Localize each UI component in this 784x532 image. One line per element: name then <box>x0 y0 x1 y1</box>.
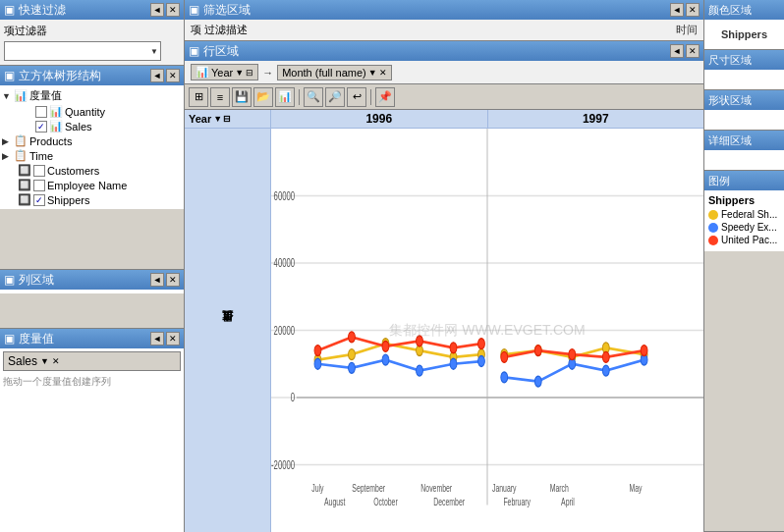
tree-item-shippers[interactable]: 🔲 ✓ Shippers <box>2 192 182 207</box>
col-zone-close[interactable]: ✕ <box>166 273 180 287</box>
filter-dropdown[interactable]: ▼ <box>4 41 161 61</box>
dropdown-arrow-icon[interactable]: ▼ <box>150 47 158 56</box>
quantity-checkbox[interactable] <box>35 106 47 118</box>
shape-zone-title: 形状区域 <box>708 93 752 108</box>
chart-svg: 60000 40000 20000 0 -20000 <box>271 129 703 532</box>
shippers-checkbox[interactable]: ✓ <box>33 194 45 206</box>
legend-subtitle: Shippers <box>708 194 780 206</box>
svg-point-20 <box>382 354 389 365</box>
svg-text:August: August <box>324 496 346 507</box>
toolbar-sep2 <box>370 89 371 105</box>
chart-toolbar: ⊞ ≡ 💾 📂 📊 🔍 🔎 ↩ 📌 <box>185 84 703 110</box>
cube-icon: ▣ <box>4 69 15 82</box>
toolbar-zoom-in-btn[interactable]: 🔍 <box>304 87 323 107</box>
toolbar-sep1 <box>299 89 300 105</box>
products-icon: 📋 <box>14 134 28 147</box>
legend-section: 图例 Shippers Federal Sh... Speedy Ex... U… <box>704 171 784 532</box>
quick-filter-section: ▣ 快速过滤 ◄ ✕ 项过滤器 ▼ <box>0 0 184 66</box>
employee-icon: 🔲 <box>18 179 31 191</box>
sales-label: Sales <box>65 121 92 133</box>
chart-body: 度里值 集都控件网 WWW.EVGET.COM 60000 40000 <box>185 129 703 532</box>
svg-point-35 <box>501 372 508 383</box>
col-zone-pin[interactable]: ◄ <box>150 273 164 287</box>
col-zone-icon: ▣ <box>4 273 15 287</box>
right-panel: 颜色区域 Shippers 尺寸区域 形状区域 详细区域 <box>703 0 784 532</box>
year-sort-badge: ▼ <box>213 114 222 124</box>
cube-title: 立方体树形结构 <box>19 68 101 84</box>
customers-checkbox[interactable] <box>33 165 45 177</box>
column-zone-section: ▣ 列区域 ◄ ✕ <box>0 270 184 329</box>
legend-content: Shippers Federal Sh... Speedy Ex... Unit… <box>704 190 784 251</box>
column-zone-content <box>0 290 184 293</box>
toolbar-open-btn[interactable]: 📂 <box>253 87 273 107</box>
filter-area-close[interactable]: ✕ <box>686 3 700 17</box>
customers-icon: 🔲 <box>18 164 31 177</box>
sales-sort-icon: ▼ <box>40 356 49 366</box>
color-zone-section: 颜色区域 Shippers <box>704 0 784 50</box>
federal-label: Federal Sh... <box>721 209 777 220</box>
month-filter-icon: ✕ <box>379 68 387 78</box>
employee-checkbox[interactable] <box>33 180 45 191</box>
svg-text:40000: 40000 <box>274 256 296 269</box>
sales-measure-chip[interactable]: Sales ▼ ✕ <box>3 351 181 371</box>
federal-dot <box>708 210 718 220</box>
united-label: United Pac... <box>721 235 777 245</box>
toolbar-chart-btn[interactable]: 📊 <box>275 87 295 107</box>
year-chip[interactable]: 📊 Year ▼ ⊟ <box>191 64 258 80</box>
shippers-left-label: Shippers <box>47 194 89 206</box>
filter-area-pin[interactable]: ◄ <box>670 3 684 17</box>
tree-item-time[interactable]: ▶ 📋 Time <box>2 148 182 163</box>
measure-close[interactable]: ✕ <box>166 332 180 346</box>
svg-point-40 <box>501 351 508 362</box>
time-expand-icon[interactable]: ▶ <box>2 151 12 161</box>
toolbar-save-btn[interactable]: 💾 <box>232 87 252 107</box>
toolbar-undo-btn[interactable]: ↩ <box>347 87 366 107</box>
svg-point-28 <box>450 343 457 353</box>
measure-pin[interactable]: ◄ <box>150 332 164 346</box>
cube-tree: ▼ 📊 度量值 📊 Quantity ✓ 📊 Sales <box>0 85 184 209</box>
shippers-left-icon: 🔲 <box>18 193 31 206</box>
toolbar-grid-btn[interactable]: ⊞ <box>189 87 208 107</box>
chart-svg-wrapper: 集都控件网 WWW.EVGET.COM 60000 40000 20000 0 <box>271 129 703 532</box>
cube-close-icon[interactable]: ✕ <box>166 69 180 82</box>
month-chip[interactable]: Month (full name) ▼ ✕ <box>277 65 392 80</box>
toolbar-zoom-out-btn[interactable]: 🔎 <box>325 87 345 107</box>
tree-item-products[interactable]: ▶ 📋 Products <box>2 133 182 148</box>
row-zone-close[interactable]: ✕ <box>686 44 700 58</box>
svg-text:May: May <box>629 482 642 494</box>
tree-item-quantity[interactable]: 📊 Quantity <box>2 104 182 119</box>
united-dot <box>708 236 718 245</box>
year-values-header: 1996 1997 <box>271 110 703 128</box>
tree-item-measures[interactable]: ▼ 📊 度量值 <box>2 87 182 104</box>
svg-point-27 <box>417 336 423 346</box>
chart-area: Year ▼ ⊟ 1996 1997 度里值 集都控件网 WWW.EVGET.C… <box>185 110 703 532</box>
svg-text:February: February <box>503 496 531 507</box>
svg-point-36 <box>534 376 541 387</box>
y-axis-label: 度里值 <box>185 129 271 532</box>
size-zone-content <box>704 70 784 89</box>
year-filter-icon: ⊟ <box>246 68 253 78</box>
sales-checkbox[interactable]: ✓ <box>35 121 47 133</box>
close-icon[interactable]: ✕ <box>166 3 180 17</box>
tree-item-customers[interactable]: 🔲 Customers <box>2 163 182 178</box>
row-zone-title: 行区域 <box>203 43 239 60</box>
quick-filter-icon: ▣ <box>4 3 15 17</box>
svg-text:0: 0 <box>291 391 296 403</box>
svg-point-21 <box>417 365 423 376</box>
svg-point-18 <box>314 358 321 369</box>
cube-pin-icon[interactable]: ◄ <box>150 69 164 82</box>
sales-chip-close-icon[interactable]: ✕ <box>52 356 60 366</box>
toolbar-list-btn[interactable]: ≡ <box>210 87 230 107</box>
products-expand-icon[interactable]: ▶ <box>2 136 12 146</box>
svg-point-23 <box>478 356 485 367</box>
filter-area-header: ▣ 筛选区域 ◄ ✕ <box>185 0 703 20</box>
measures-expand-icon[interactable]: ▼ <box>2 91 12 101</box>
toolbar-pin-btn[interactable]: 📌 <box>375 87 395 107</box>
year-1997: 1997 <box>488 110 704 128</box>
measure-zone-header: ▣ 度量值 ◄ ✕ <box>0 329 184 348</box>
tree-item-sales[interactable]: ✓ 📊 Sales <box>2 119 182 133</box>
filter-area-section: ▣ 筛选区域 ◄ ✕ 项 过滤描述 时间 <box>185 0 703 41</box>
tree-item-employee[interactable]: 🔲 Employee Name <box>2 178 182 192</box>
row-zone-pin[interactable]: ◄ <box>670 44 684 58</box>
pin-icon[interactable]: ◄ <box>150 3 164 17</box>
